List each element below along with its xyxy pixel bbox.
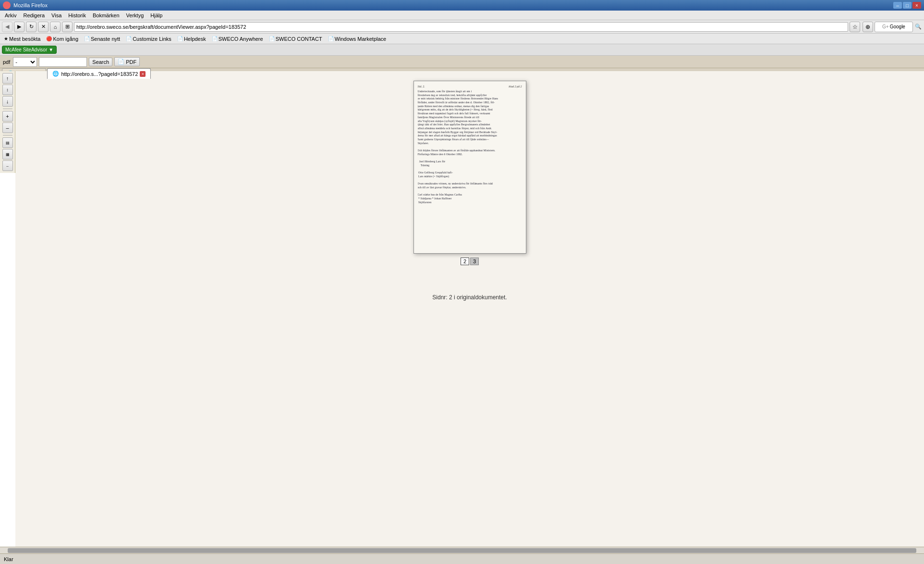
window-controls: – □ × <box>893 2 921 9</box>
bm-sweco-contact[interactable]: 📄 SWECO CONTACT <box>267 36 324 42</box>
back-button[interactable]: ◀ <box>2 22 12 32</box>
mcafee-bar: McAfee SiteAdvisor ▼ <box>0 44 924 56</box>
scroll-up-button[interactable]: ↑ <box>2 73 13 84</box>
window-title: Mozilla Firefox <box>13 2 48 8</box>
scroll-down-button[interactable]: ↓ <box>2 96 13 107</box>
left-sidebar: ↑ ↕ ↓ + – ▤ ▦ – <box>0 71 15 173</box>
pdf-search-input[interactable] <box>39 57 87 67</box>
statusbar: Klar <box>0 553 924 564</box>
tool-btn-1[interactable]: ▤ <box>2 137 13 148</box>
menu-item-hjälp[interactable]: Hjälp <box>147 12 165 19</box>
tab-document-label: http://orebro.s...?pageId=183572 <box>61 71 138 77</box>
titlebar: Mozilla Firefox – □ × <box>0 0 924 11</box>
search-engine-button[interactable]: G+ Google <box>875 22 913 32</box>
doc-header-right: blad 2 på 2 <box>509 85 522 88</box>
scanned-document: Sid. 2. blad 2 på 2 Undertecknade, som f… <box>413 81 526 254</box>
scrollbar-thumb[interactable] <box>8 548 916 553</box>
mcafee-label: McAfee SiteAdvisor <box>5 47 47 52</box>
grid-button[interactable]: ⊞ <box>62 22 73 32</box>
sidebar-divider-1 <box>3 109 12 109</box>
tool-btn-2[interactable]: ▦ <box>2 149 13 159</box>
page-navigation: 2 3 <box>461 257 479 265</box>
status-text: Klar <box>4 556 13 562</box>
bm-sweco-anywhere[interactable]: 📄 SWECO Anywhere <box>210 36 265 42</box>
pdf-format-select[interactable]: - <box>13 57 37 67</box>
document-text-body: Undertecknade, som för tjänsten åtagit a… <box>418 90 522 204</box>
doc-icon-6: 📄 <box>328 36 334 41</box>
zoom-out-button[interactable]: – <box>2 123 13 133</box>
minimize-button[interactable]: – <box>893 2 902 9</box>
stop-button[interactable]: ✕ <box>38 22 49 32</box>
navbar: ◀ ▶ ↻ ✕ ⌂ ⊞ ☆ ⊕ G+ Google 🔍 <box>0 20 924 34</box>
mcafee-button[interactable]: McAfee SiteAdvisor ▼ <box>2 46 57 54</box>
close-button[interactable]: × <box>912 2 921 9</box>
doc-icon-3: 📄 <box>177 36 183 41</box>
fit-page-button[interactable]: ↕ <box>2 85 13 95</box>
google-label: Google <box>890 24 905 29</box>
pdf-button[interactable]: 📄 PDF <box>114 57 140 66</box>
home-button[interactable]: ⌂ <box>50 22 61 32</box>
bookmarks-bar: ★ Mest besökta 🔴 Kom igång 📄 Senaste nyt… <box>0 34 924 44</box>
caption-text: Sidnr: 2 i originaldokumentet. <box>432 294 507 301</box>
zoom-in-button[interactable]: + <box>2 111 13 122</box>
pdf-label: PDF <box>126 59 136 65</box>
doc-icon-2: 📄 <box>126 36 132 41</box>
doc-icon-5: 📄 <box>269 36 275 41</box>
menu-item-historik[interactable]: Historik <box>65 12 89 19</box>
tab-close-button[interactable]: × <box>140 71 146 77</box>
pdf-format-label: pdf <box>3 59 10 65</box>
sidebar-divider-2 <box>3 135 12 135</box>
doc-header-left: Sid. 2. <box>418 85 425 88</box>
forward-button[interactable]: ▶ <box>14 22 24 32</box>
menu-item-redigera[interactable]: Redigera <box>20 12 48 19</box>
maximize-button[interactable]: □ <box>903 2 912 9</box>
menu-item-verktyg[interactable]: Verktyg <box>123 12 147 19</box>
bm-windows-marketplace[interactable]: 📄 Windows Marketplace <box>326 36 389 42</box>
mcafee-dropdown-icon: ▼ <box>49 47 53 52</box>
menu-item-bokmärken[interactable]: Bokmärken <box>90 12 122 19</box>
search-button[interactable]: Search <box>89 58 112 66</box>
content-area: Sid. 2. blad 2 på 2 Undertecknade, som f… <box>15 71 924 553</box>
pdf-icon: 📄 <box>118 59 124 65</box>
page-3-button[interactable]: 3 <box>470 257 479 265</box>
menu-item-visa[interactable]: Visa <box>49 12 64 19</box>
star-icon: ★ <box>4 36 8 41</box>
search-label: Search <box>92 59 109 65</box>
document-caption: Sidnr: 2 i originaldokumentet. <box>432 294 507 301</box>
bm-helpdesk[interactable]: 📄 Helpdesk <box>175 36 208 42</box>
bookmark-star-button[interactable]: ☆ <box>850 22 860 32</box>
red-dot-icon: 🔴 <box>46 36 52 41</box>
horizontal-scrollbar[interactable] <box>0 547 924 553</box>
doc-icon-4: 📄 <box>212 36 218 41</box>
menu-item-arkiv[interactable]: Arkiv <box>2 12 19 19</box>
doc-icon-1: 📄 <box>84 36 90 41</box>
address-bar[interactable] <box>74 22 848 32</box>
bm-customize[interactable]: 📄 Customize Links <box>124 36 173 42</box>
bm-kom-igang[interactable]: 🔴 Kom igång <box>44 36 80 42</box>
tab-document-icon: 🌐 <box>52 71 59 77</box>
scrollbar-track <box>8 548 916 553</box>
bm-senaste-nytt[interactable]: 📄 Senaste nytt <box>82 36 122 42</box>
firefox-icon <box>3 1 11 9</box>
tool-btn-3[interactable]: – <box>2 160 13 171</box>
refresh-button[interactable]: ↻ <box>26 22 36 32</box>
bm-most-visited[interactable]: ★ Mest besökta <box>2 36 42 42</box>
page-2-button[interactable]: 2 <box>461 257 469 265</box>
document-container: Sid. 2. blad 2 på 2 Undertecknade, som f… <box>413 81 526 301</box>
tab-document-viewer[interactable]: 🌐 http://orebro.s...?pageId=183572 × <box>47 68 151 79</box>
menubar: ArkivRedigeraVisaHistorikBokmärkenVerkty… <box>0 11 924 20</box>
bookmark-add-button[interactable]: ⊕ <box>863 22 873 32</box>
pdf-toolbar: pdf - Search 📄 PDF <box>0 56 924 68</box>
